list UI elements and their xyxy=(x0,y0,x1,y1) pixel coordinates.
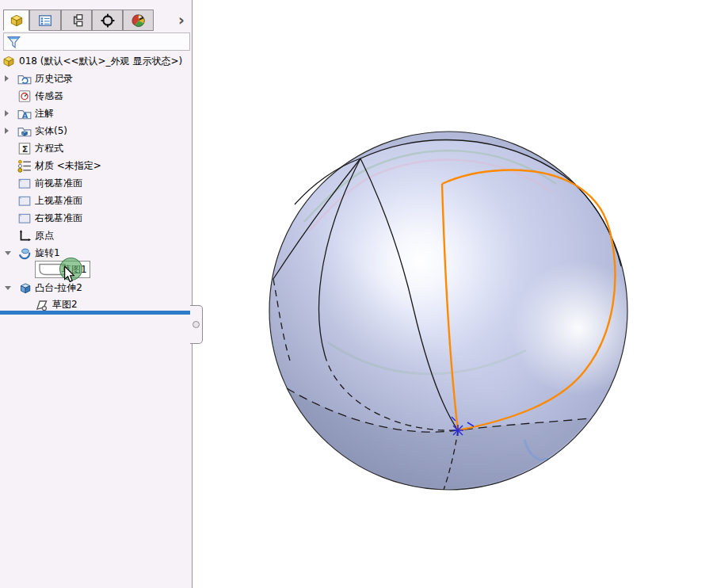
collapse-arrow-icon[interactable] xyxy=(5,286,11,290)
solid-bodies-folder-icon xyxy=(17,124,32,138)
origin-icon xyxy=(17,229,32,242)
mouse-cursor-icon xyxy=(63,266,75,286)
tree-item-label: 上视基准面 xyxy=(35,194,82,208)
expand-arrow-icon[interactable] xyxy=(5,110,9,116)
model-canvas xyxy=(193,0,713,588)
filter-funnel-icon xyxy=(7,35,21,49)
tree-item-origin[interactable]: 原点 xyxy=(0,227,210,244)
tree-item-revolve1[interactable]: 旋转1 xyxy=(0,244,210,262)
tree-item-material[interactable]: 材质 <未指定> xyxy=(0,157,210,174)
tab-displaymanager[interactable] xyxy=(123,10,154,31)
tree-item-label: 历史记录 xyxy=(35,72,73,86)
plane-icon xyxy=(17,177,32,190)
tree-item-top-plane[interactable]: 上视基准面 xyxy=(0,192,210,209)
svg-text:A: A xyxy=(22,111,29,120)
sketch-icon xyxy=(35,298,49,311)
tree-item-sensors[interactable]: 传感器 xyxy=(0,87,210,105)
graphics-viewport[interactable] xyxy=(193,0,713,588)
tree-item-label: 018 (默认<<默认>_外观 显示状态>) xyxy=(19,55,182,68)
property-manager-icon xyxy=(37,13,53,28)
tree-item-root[interactable]: 018 (默认<<默认>_外观 显示状态>) xyxy=(0,52,194,70)
tab-featuremanager[interactable] xyxy=(3,10,29,31)
tree-item-label: 注解 xyxy=(35,107,54,120)
filter-bar[interactable] xyxy=(3,32,190,51)
panel-tabs: › xyxy=(0,10,193,32)
tree-item-equations[interactable]: Σ 方程式 xyxy=(0,139,210,157)
svg-text:Σ: Σ xyxy=(22,144,29,155)
tree-item-solid-bodies[interactable]: 实体(5) xyxy=(0,122,210,139)
history-folder-icon xyxy=(17,72,32,86)
tree-item-label: 原点 xyxy=(35,229,54,242)
collapse-arrow-icon[interactable] xyxy=(5,251,11,255)
annotations-folder-icon: A xyxy=(17,107,32,120)
tree-item-label: 旋转1 xyxy=(35,246,60,260)
part-icon xyxy=(9,13,25,28)
tree-item-right-plane[interactable]: 右视基准面 xyxy=(0,209,210,227)
tab-propertymanager[interactable] xyxy=(29,10,61,31)
feature-manager-panel: › 018 (默认<<默认>_外观 显示状态>) xyxy=(0,0,193,588)
boss-extrude-icon xyxy=(17,281,32,295)
plane-icon xyxy=(17,194,32,208)
expand-arrow-icon[interactable] xyxy=(5,75,9,82)
equations-icon: Σ xyxy=(17,142,32,155)
revolve-icon xyxy=(17,246,32,260)
rollback-bar[interactable] xyxy=(0,311,191,315)
tree-item-label: 前视基准面 xyxy=(35,177,82,190)
tree-item-annotations[interactable]: A 注解 xyxy=(0,105,210,122)
panel-expand-arrow[interactable]: › xyxy=(175,11,188,29)
material-icon xyxy=(17,159,32,173)
panel-splitter-handle[interactable] xyxy=(190,305,203,344)
plane-icon xyxy=(17,212,32,225)
display-manager-icon xyxy=(131,13,147,28)
dimxpert-icon xyxy=(100,13,116,28)
tree-item-history[interactable]: 历史记录 xyxy=(0,70,210,87)
tree-item-label: 草图2 xyxy=(52,298,78,311)
expand-arrow-icon[interactable] xyxy=(5,128,9,134)
tab-configurationmanager[interactable] xyxy=(61,10,92,31)
sensors-icon xyxy=(17,90,32,103)
tree-item-label: 实体(5) xyxy=(35,124,67,138)
tree-item-boss-extrude2[interactable]: 凸台-拉伸2 xyxy=(0,279,210,296)
splitter-knob-icon xyxy=(193,321,200,328)
tree-item-front-plane[interactable]: 前视基准面 xyxy=(0,174,210,192)
solidworks-window: › 018 (默认<<默认>_外观 显示状态>) xyxy=(0,0,713,588)
part-icon xyxy=(2,55,16,68)
tab-dimxpertmanager[interactable] xyxy=(92,10,123,31)
tree-item-label: 传感器 xyxy=(35,90,63,103)
tree-item-label: 方程式 xyxy=(35,142,63,155)
configuration-manager-icon xyxy=(69,13,85,28)
tree-item-label: 右视基准面 xyxy=(35,212,82,225)
tree-item-label: 材质 <未指定> xyxy=(35,159,101,173)
